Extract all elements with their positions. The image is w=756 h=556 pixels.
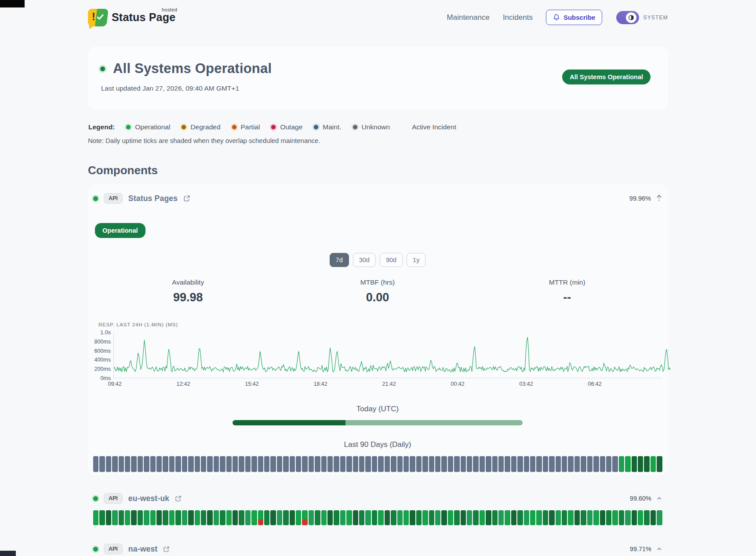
uptime-tick[interactable] <box>549 456 554 472</box>
uptime-tick[interactable] <box>220 456 225 472</box>
uptime-tick[interactable] <box>334 510 339 525</box>
uptime-tick[interactable] <box>638 456 643 472</box>
uptime-tick[interactable] <box>397 456 403 472</box>
uptime-tick[interactable] <box>214 510 219 525</box>
uptime-tick[interactable] <box>422 456 428 472</box>
uptime-tick[interactable] <box>574 510 580 525</box>
uptime-tick[interactable] <box>625 456 630 472</box>
nav-incidents[interactable]: Incidents <box>503 13 533 22</box>
uptime-tick[interactable] <box>296 456 301 472</box>
uptime-tick[interactable] <box>486 456 491 472</box>
uptime-tick[interactable] <box>632 456 637 472</box>
uptime-tick[interactable] <box>302 456 307 472</box>
uptime-tick[interactable] <box>207 456 212 472</box>
uptime-tick[interactable] <box>461 510 466 525</box>
uptime-tick[interactable] <box>239 510 244 525</box>
uptime-tick[interactable] <box>473 456 478 472</box>
uptime-tick[interactable] <box>150 456 156 472</box>
uptime-tick[interactable] <box>410 456 415 472</box>
range-button-7d[interactable]: 7d <box>330 253 349 267</box>
uptime-tick[interactable] <box>606 456 611 472</box>
uptime-tick[interactable] <box>524 456 529 472</box>
uptime-tick[interactable] <box>638 510 643 525</box>
uptime-tick[interactable] <box>612 456 618 472</box>
uptime-tick[interactable] <box>290 456 295 472</box>
uptime-tick[interactable] <box>144 510 149 525</box>
uptime-tick[interactable] <box>517 456 523 472</box>
uptime-tick[interactable] <box>385 510 390 525</box>
uptime-tick[interactable] <box>385 456 390 472</box>
uptime-tick[interactable] <box>258 456 263 472</box>
uptime-tick[interactable] <box>251 456 257 472</box>
uptime-tick[interactable] <box>327 456 333 472</box>
uptime-tick[interactable] <box>435 456 440 472</box>
expand-button[interactable] <box>657 497 662 500</box>
subscribe-button[interactable]: Subscribe <box>546 10 603 25</box>
uptime-tick[interactable] <box>346 456 352 472</box>
uptime-tick[interactable] <box>125 456 130 472</box>
uptime-tick[interactable] <box>99 456 105 472</box>
uptime-tick[interactable] <box>454 456 459 472</box>
uptime-tick[interactable] <box>492 510 498 525</box>
uptime-tick[interactable] <box>498 510 504 525</box>
uptime-tick[interactable] <box>568 456 573 472</box>
uptime-tick[interactable] <box>435 510 440 525</box>
uptime-tick[interactable] <box>391 456 396 472</box>
uptime-tick[interactable] <box>467 456 472 472</box>
uptime-tick[interactable] <box>315 456 320 472</box>
collapse-button[interactable] <box>656 195 662 202</box>
uptime-tick[interactable] <box>283 510 288 525</box>
uptime-tick[interactable] <box>536 510 542 525</box>
uptime-tick[interactable] <box>207 510 212 525</box>
uptime-tick[interactable] <box>182 456 187 472</box>
uptime-tick[interactable] <box>651 510 656 525</box>
uptime-tick[interactable] <box>517 510 523 525</box>
range-button-90d[interactable]: 90d <box>380 253 403 267</box>
uptime-tick[interactable] <box>175 510 181 525</box>
uptime-tick[interactable] <box>568 510 573 525</box>
uptime-tick[interactable] <box>156 510 162 525</box>
uptime-tick[interactable] <box>657 510 662 525</box>
uptime-tick[interactable] <box>214 456 219 472</box>
uptime-tick[interactable] <box>169 456 174 472</box>
uptime-tick[interactable] <box>327 510 333 525</box>
uptime-tick[interactable] <box>467 510 472 525</box>
uptime-tick[interactable] <box>543 456 548 472</box>
uptime-tick[interactable] <box>359 456 364 472</box>
external-link-icon[interactable] <box>183 195 190 202</box>
uptime-tick[interactable] <box>454 510 459 525</box>
uptime-tick[interactable] <box>619 456 624 472</box>
uptime-tick[interactable] <box>372 456 377 472</box>
uptime-tick[interactable] <box>619 510 624 525</box>
uptime-tick[interactable] <box>251 510 257 525</box>
uptime-tick[interactable] <box>321 456 327 472</box>
uptime-tick[interactable] <box>340 456 345 472</box>
uptime-tick[interactable] <box>277 456 282 472</box>
uptime-tick[interactable] <box>505 510 510 525</box>
uptime-tick[interactable] <box>632 510 637 525</box>
uptime-tick[interactable] <box>353 456 358 472</box>
uptime-tick[interactable] <box>644 456 649 472</box>
uptime-tick[interactable] <box>625 510 630 525</box>
uptime-tick[interactable] <box>220 510 225 525</box>
uptime-tick[interactable] <box>511 510 516 525</box>
uptime-tick[interactable] <box>334 456 339 472</box>
uptime-tick[interactable] <box>150 510 156 525</box>
uptime-ticks-90d[interactable] <box>93 510 662 525</box>
uptime-tick[interactable] <box>270 510 276 525</box>
uptime-tick[interactable] <box>169 510 174 525</box>
uptime-tick[interactable] <box>441 456 447 472</box>
uptime-tick[interactable] <box>562 510 567 525</box>
uptime-tick[interactable] <box>416 510 422 525</box>
uptime-tick[interactable] <box>416 456 422 472</box>
uptime-tick[interactable] <box>163 510 168 525</box>
uptime-tick[interactable] <box>302 510 307 525</box>
uptime-tick[interactable] <box>245 510 251 525</box>
uptime-tick[interactable] <box>505 456 510 472</box>
uptime-tick[interactable] <box>112 456 117 472</box>
uptime-tick[interactable] <box>264 510 269 525</box>
range-button-30d[interactable]: 30d <box>353 253 376 267</box>
uptime-tick[interactable] <box>530 510 535 525</box>
uptime-tick[interactable] <box>346 510 352 525</box>
uptime-tick[interactable] <box>188 510 193 525</box>
